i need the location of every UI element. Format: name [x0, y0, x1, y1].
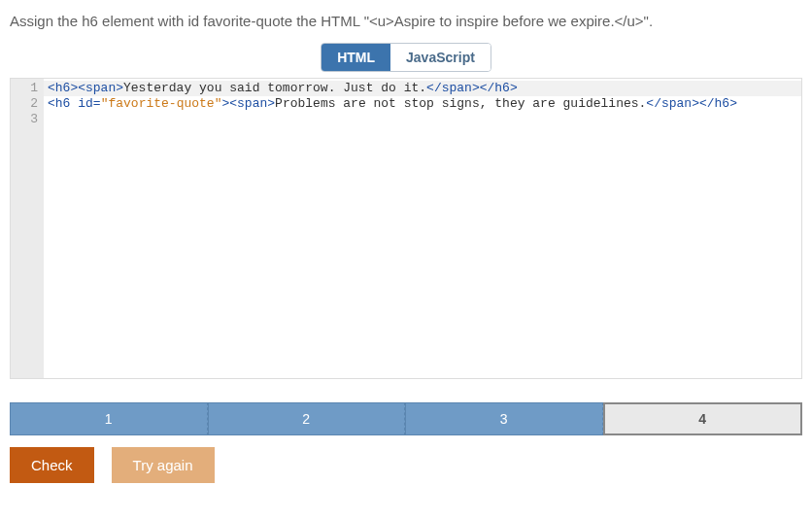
step-4[interactable]: 4: [603, 402, 803, 435]
instructions-text: Assign the h6 element with id favorite-q…: [10, 12, 802, 31]
tab-javascript[interactable]: JavaScript: [390, 44, 491, 71]
editor-tabs: HTML JavaScript: [10, 43, 802, 72]
code-editor[interactable]: 123 <h6><span>Yesterday you said tomorro…: [10, 78, 802, 379]
step-1[interactable]: 1: [10, 402, 208, 435]
code-line[interactable]: [44, 112, 801, 127]
check-button[interactable]: Check: [10, 447, 94, 483]
tab-html[interactable]: HTML: [321, 44, 390, 71]
line-gutter: 123: [11, 79, 44, 378]
step-2[interactable]: 2: [208, 402, 406, 435]
line-number: 2: [11, 96, 38, 112]
code-area[interactable]: <h6><span>Yesterday you said tomorrow. J…: [44, 79, 801, 378]
try-again-button[interactable]: Try again: [112, 447, 215, 483]
line-number: 3: [11, 112, 38, 127]
code-line[interactable]: <h6 id="favorite-quote"><span>Problems a…: [44, 96, 801, 112]
progress-steps: 1234: [10, 402, 802, 435]
code-line[interactable]: <h6><span>Yesterday you said tomorrow. J…: [44, 81, 801, 96]
step-3[interactable]: 3: [405, 402, 603, 435]
line-number: 1: [11, 81, 38, 96]
